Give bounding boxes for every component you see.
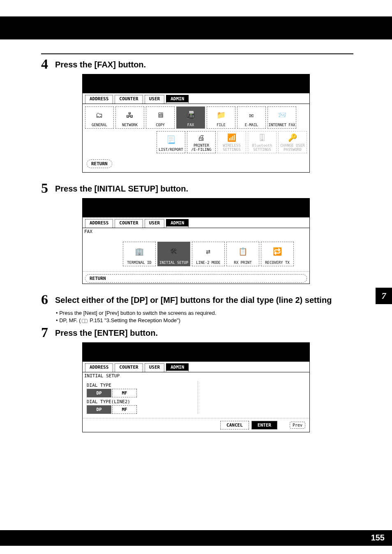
btn-network[interactable]: 🖧NETWORK (115, 106, 144, 129)
cancel-button[interactable]: CANCEL (220, 421, 249, 429)
btn-fax[interactable]: 📠FAX (176, 106, 205, 129)
return-button[interactable]: RETURN (85, 274, 307, 283)
btn-general[interactable]: 🗂GENERAL (85, 106, 114, 129)
btn-label: RX PRINT (234, 261, 251, 265)
tab-address[interactable]: ADDRESS (85, 95, 113, 104)
btn-mf[interactable]: MF (112, 389, 137, 397)
btn-label: FILE (217, 123, 226, 127)
fax-grid: 🏢TERMINAL ID 🛠INITIAL SETUP ⇄LINE-2 MODE… (83, 237, 309, 271)
page-number: 155 (371, 533, 385, 542)
tab-counter[interactable]: COUNTER (115, 363, 143, 372)
step-6: 6 Select either of the [DP] or [MF] butt… (41, 294, 353, 305)
btn-wireless: 📶WIRELESS SETTINGS (217, 131, 246, 153)
btn-bluetooth: ⍗Bluetooth SETTINGS (248, 131, 277, 153)
section-tab: 7 (376, 288, 392, 304)
terminal-id-icon: 🏢 (135, 242, 144, 261)
screenshot-tabs: ADDRESS COUNTER USER ADMIN (83, 217, 309, 228)
password-icon: 🔑 (288, 132, 297, 143)
dial-type-label: DIAL TYPE (87, 383, 189, 388)
btn-initial-setup[interactable]: 🛠INITIAL SETUP (157, 242, 190, 266)
tab-counter[interactable]: COUNTER (115, 95, 143, 104)
screenshot-initial-setup: ADDRESS COUNTER USER ADMIN INITIAL SETUP… (82, 342, 310, 432)
tab-admin[interactable]: ADMIN (166, 219, 189, 228)
btn-change-password: 🔑CHANGE USER PASSWORD (278, 131, 307, 153)
tab-admin[interactable]: ADMIN (166, 95, 189, 104)
admin-grid: 🗂GENERAL 🖧NETWORK 🖥COPY 📠FAX 📁FILE ✉E-MA… (85, 106, 307, 129)
btn-label: E-MAIL (245, 123, 258, 127)
top-black-band (0, 16, 392, 39)
btn-mf-line2[interactable]: MF (112, 405, 137, 414)
step-title: Press the [ENTER] button. (55, 327, 158, 338)
list-report-icon: 📃 (166, 132, 175, 148)
line2-mode-icon: ⇄ (206, 242, 211, 261)
tab-user[interactable]: USER (145, 363, 165, 372)
step-5: 5 Press the [INITIAL SETUP] button. (41, 182, 353, 194)
btn-label: CHANGE USER PASSWORD (280, 143, 305, 152)
btn-line2-mode[interactable]: ⇄LINE-2 MODE (192, 242, 225, 266)
bullet-reference: P.151 "3.Setting the Reception Mode") (90, 317, 180, 323)
screenshot-topbar (83, 343, 309, 362)
btn-terminal-id[interactable]: 🏢TERMINAL ID (123, 242, 156, 266)
screenshot-body: INITIAL SETUP DIAL TYPE DP MF DIAL TYPE(… (83, 372, 309, 432)
recovery-tx-icon: 🔁 (273, 242, 282, 261)
tab-address[interactable]: ADDRESS (85, 219, 113, 228)
form-col-left: DIAL TYPE DP MF DIAL TYPE(LINE2) DP MF (87, 381, 189, 414)
btn-internet-fax[interactable]: 📨INTERNET FAX (267, 106, 296, 129)
wrench-general-icon: 🗂 (96, 107, 103, 123)
dial-type-line2-buttons: DP MF (87, 405, 189, 414)
screenshot-tabs: ADDRESS COUNTER USER ADMIN (83, 93, 309, 104)
btn-label: GENERAL (92, 123, 107, 127)
copy-icon: 🖥 (157, 107, 164, 123)
btn-label: FAX (187, 123, 194, 127)
btn-label: INTERNET FAX (268, 123, 295, 127)
btn-label: WIRELESS SETTINGS (223, 143, 240, 152)
btn-label: NETWORK (122, 123, 138, 127)
dial-type-line2-label: DIAL TYPE(LINE2) (87, 399, 189, 404)
printer-icon: 🖨 (198, 132, 205, 143)
rx-print-icon: 📋 (238, 242, 247, 261)
prev-button[interactable]: Prev (290, 422, 305, 429)
btn-email[interactable]: ✉E-MAIL (237, 106, 266, 129)
email-icon: ✉ (249, 107, 254, 123)
btn-file[interactable]: 📁FILE (207, 106, 235, 129)
action-buttons: CANCEL ENTER (220, 421, 277, 429)
btn-printer-efiling[interactable]: 🖨PRINTER /E-FILING (187, 131, 216, 153)
btn-label: TERMINAL ID (127, 261, 152, 265)
tab-user[interactable]: USER (145, 95, 165, 104)
tab-admin[interactable]: ADMIN (166, 363, 189, 372)
btn-dp-line2[interactable]: DP (87, 405, 111, 414)
screenshot-topbar (83, 199, 309, 217)
btn-copy[interactable]: 🖥COPY (146, 106, 175, 129)
screenshot-fax-menu: ADDRESS COUNTER USER ADMIN FAX 🏢TERMINAL… (82, 198, 310, 284)
btn-label: LINE-2 MODE (196, 261, 221, 265)
subsection-label: INITIAL SETUP (84, 373, 309, 379)
step-number: 5 (41, 182, 53, 194)
btn-dp[interactable]: DP (87, 389, 111, 397)
page-content: 4 Press the [FAX] button. ADDRESS COUNTE… (41, 53, 353, 442)
tab-counter[interactable]: COUNTER (115, 219, 143, 228)
subsection-label: FAX (84, 229, 309, 234)
btn-recovery-tx[interactable]: 🔁RECOVERY TX (261, 242, 294, 266)
enter-button[interactable]: ENTER (251, 421, 277, 429)
step-title: Select either of the [DP] or [MF] button… (55, 294, 332, 305)
btn-list-report[interactable]: 📃LIST/REPORT (157, 131, 185, 153)
section-divider (41, 53, 353, 54)
screenshot-body: FAX 🏢TERMINAL ID 🛠INITIAL SETUP ⇄LINE-2 … (83, 228, 309, 271)
btn-rx-print[interactable]: 📋RX PRINT (226, 242, 259, 266)
fax-icon: 📠 (186, 107, 195, 123)
screenshot-topbar (83, 74, 309, 93)
dial-type-buttons: DP MF (87, 389, 189, 397)
tab-user[interactable]: USER (145, 219, 165, 228)
bluetooth-icon: ⍗ (260, 132, 265, 143)
tab-address[interactable]: ADDRESS (85, 363, 113, 372)
form-col-right (198, 381, 300, 414)
step-number: 6 (41, 294, 53, 305)
step-number: 4 (41, 58, 53, 70)
step-title: Press the [FAX] button. (55, 58, 146, 70)
return-button[interactable]: RETURN (87, 159, 112, 168)
bullet: DP, MF. ( P.151 "3.Setting the Reception… (56, 317, 353, 324)
file-icon: 📁 (217, 107, 226, 123)
action-row: CANCEL ENTER Prev (83, 418, 309, 432)
step-7: 7 Press the [ENTER] button. (41, 327, 353, 338)
network-icon: 🖧 (126, 107, 134, 123)
